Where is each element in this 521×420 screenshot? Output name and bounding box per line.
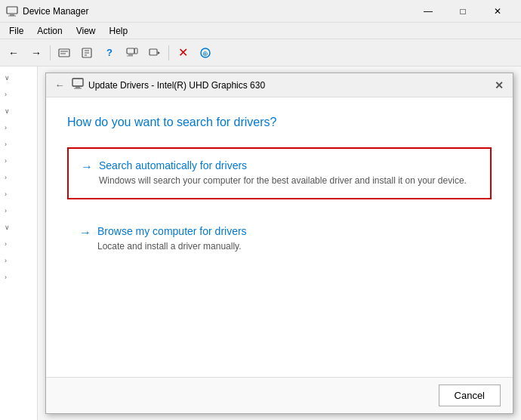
toolbar-device-manager[interactable] <box>122 42 143 63</box>
option1-content: Search automatically for drivers Windows… <box>99 159 467 187</box>
tree-item-1[interactable]: ∨ <box>0 69 37 86</box>
tree-item-6[interactable]: › <box>0 153 37 169</box>
content-area: ← Update Drivers - Intel(R) UHD Graphics… <box>38 66 521 420</box>
toolbar: ← → ? ✕ ⊕ <box>0 39 521 66</box>
menu-bar: File Action View Help <box>0 23 521 39</box>
menu-view[interactable]: View <box>70 24 102 38</box>
svg-rect-18 <box>72 79 83 86</box>
toolbar-sep-2 <box>168 45 169 60</box>
option2-description: Locate and install a driver manually. <box>97 240 247 253</box>
toolbar-help[interactable]: ? <box>99 42 120 63</box>
toolbar-properties[interactable] <box>54 42 75 63</box>
tree-item-7[interactable]: › <box>0 169 37 186</box>
tree-item-5[interactable]: › <box>0 136 37 153</box>
svg-text:⊕: ⊕ <box>202 50 208 57</box>
option1-description: Windows will search your computer for th… <box>99 174 467 187</box>
maximize-button[interactable]: □ <box>445 0 480 23</box>
dialog-device-icon <box>72 78 84 93</box>
menu-help[interactable]: Help <box>103 24 134 38</box>
tree-item-11[interactable]: › <box>0 236 37 252</box>
search-automatically-option[interactable]: → Search automatically for drivers Windo… <box>67 147 492 199</box>
toolbar-forward[interactable]: → <box>26 42 47 63</box>
svg-rect-0 <box>7 7 17 14</box>
menu-action[interactable]: Action <box>31 24 68 38</box>
toolbar-update[interactable] <box>144 42 165 63</box>
tree-item-3[interactable]: ∨ <box>0 103 37 119</box>
option2-content: Browse my computer for drivers Locate an… <box>97 225 247 253</box>
tree-item-10[interactable]: ∨ <box>0 219 37 236</box>
close-button[interactable]: ✕ <box>480 0 515 23</box>
option1-link: → Search automatically for drivers Windo… <box>81 159 478 187</box>
device-tree-sidebar: ∨ › ∨ › › › › › › ∨ › › › <box>0 66 38 420</box>
dialog-title-bar: ← Update Drivers - Intel(R) UHD Graphics… <box>46 73 513 97</box>
menu-file[interactable]: File <box>3 24 29 38</box>
title-bar-left: Device Manager <box>6 5 88 17</box>
tree-item-12[interactable]: › <box>0 252 37 269</box>
update-drivers-dialog: ← Update Drivers - Intel(R) UHD Graphics… <box>45 73 513 414</box>
dialog-close-button[interactable]: ✕ <box>492 78 507 93</box>
app-icon <box>6 5 18 17</box>
toolbar-sep-1 <box>50 45 51 60</box>
dialog-heading: How do you want to search for drivers? <box>67 116 492 129</box>
svg-marker-15 <box>158 51 160 54</box>
tree-item-4[interactable]: › <box>0 119 37 136</box>
dialog-footer: Cancel <box>46 377 513 413</box>
tree-item-9[interactable]: › <box>0 202 37 219</box>
main-area: ∨ › ∨ › › › › › › ∨ › › › ← <box>0 66 521 420</box>
tree-item-2[interactable]: › <box>0 86 37 103</box>
tree-item-8[interactable]: › <box>0 186 37 202</box>
toolbar-back[interactable]: ← <box>3 42 24 63</box>
window-controls: — □ ✕ <box>411 0 515 23</box>
minimize-button[interactable]: — <box>411 0 445 23</box>
toolbar-scan[interactable] <box>76 42 97 63</box>
option1-arrow: → <box>81 160 93 174</box>
svg-rect-14 <box>150 49 157 55</box>
dialog-body: How do you want to search for drivers? →… <box>46 97 513 377</box>
option2-title: Browse my computer for drivers <box>97 225 247 237</box>
option2-arrow: → <box>79 226 91 239</box>
title-bar: Device Manager — □ ✕ <box>0 0 521 23</box>
svg-rect-3 <box>59 49 69 57</box>
browse-computer-option[interactable]: → Browse my computer for drivers Locate … <box>67 215 492 264</box>
cancel-button[interactable]: Cancel <box>439 384 501 406</box>
toolbar-rollback[interactable]: ⊕ <box>195 42 216 63</box>
dialog-title: Update Drivers - Intel(R) UHD Graphics 6… <box>88 80 265 91</box>
svg-rect-11 <box>128 54 133 56</box>
tree-item-13[interactable]: › <box>0 269 37 286</box>
option2-link: → Browse my computer for drivers Locate … <box>79 225 479 253</box>
svg-rect-10 <box>127 48 134 54</box>
svg-rect-13 <box>134 48 137 54</box>
window-title: Device Manager <box>23 6 88 17</box>
toolbar-uninstall[interactable]: ✕ <box>172 42 193 63</box>
option1-title: Search automatically for drivers <box>99 159 467 171</box>
dialog-back-button[interactable]: ← <box>52 78 67 93</box>
dialog-title-left: ← Update Drivers - Intel(R) UHD Graphics… <box>52 78 265 93</box>
